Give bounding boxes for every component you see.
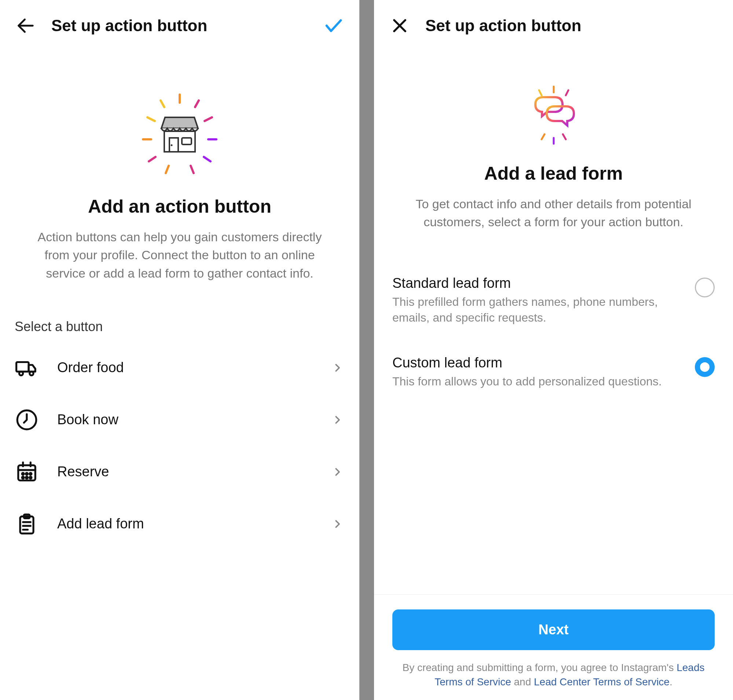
svg-line-40 xyxy=(542,134,545,139)
radio-standard-lead-form[interactable]: Standard lead form This prefilled form g… xyxy=(392,261,715,340)
chevron-right-icon xyxy=(330,465,345,479)
svg-line-11 xyxy=(191,166,194,173)
option-label: Book now xyxy=(57,412,312,428)
svg-line-9 xyxy=(204,157,210,161)
svg-line-4 xyxy=(147,117,155,121)
page-title: Set up action button xyxy=(425,16,581,35)
option-label: Order food xyxy=(57,360,312,375)
back-arrow-icon[interactable] xyxy=(15,15,37,37)
option-book-now[interactable]: Book now xyxy=(15,394,345,446)
page-title: Set up action button xyxy=(52,16,207,35)
next-button[interactable]: Next xyxy=(392,609,715,650)
radio-description: This prefilled form gathers names, phone… xyxy=(392,294,684,326)
svg-line-5 xyxy=(205,117,212,121)
hero-title: Add a lead form xyxy=(484,163,623,184)
legal-mid: and xyxy=(511,676,534,688)
svg-line-39 xyxy=(566,90,568,96)
section-label: Select a button xyxy=(0,304,359,342)
legal-suffix: . xyxy=(670,676,673,688)
hero-subtitle: To get contact info and other details fr… xyxy=(403,195,704,231)
option-reserve[interactable]: Reserve xyxy=(15,446,345,498)
calendar-icon xyxy=(15,460,39,484)
svg-line-41 xyxy=(563,134,566,139)
hero-title: Add an action button xyxy=(88,196,271,217)
svg-rect-16 xyxy=(16,362,29,371)
chevron-right-icon xyxy=(330,413,345,427)
svg-point-14 xyxy=(171,144,173,146)
svg-point-27 xyxy=(22,477,24,478)
option-add-lead-form[interactable]: Add lead form xyxy=(15,498,345,550)
radio-custom-lead-form[interactable]: Custom lead form This form allows you to… xyxy=(392,340,715,404)
lead-center-tos-link[interactable]: Lead Center Terms of Service xyxy=(534,676,670,688)
chat-bubbles-illustration xyxy=(519,84,589,148)
radio-title: Standard lead form xyxy=(392,275,684,291)
confirm-check-icon[interactable] xyxy=(323,15,345,37)
option-order-food[interactable]: Order food xyxy=(15,342,345,394)
svg-line-8 xyxy=(149,157,156,161)
radio-title: Custom lead form xyxy=(392,355,684,371)
svg-line-3 xyxy=(195,100,199,107)
radio-indicator xyxy=(695,278,715,297)
panel-divider xyxy=(359,0,374,700)
option-label: Add lead form xyxy=(57,516,312,532)
storefront-illustration xyxy=(136,92,224,181)
radio-description: This form allows you to add personalized… xyxy=(392,374,684,390)
svg-point-18 xyxy=(30,371,33,375)
svg-line-10 xyxy=(166,166,169,173)
radio-indicator-selected xyxy=(695,357,715,377)
svg-point-26 xyxy=(30,473,31,475)
svg-point-28 xyxy=(26,477,28,478)
svg-line-2 xyxy=(160,100,164,107)
chevron-right-icon xyxy=(330,517,345,531)
svg-rect-15 xyxy=(182,138,191,144)
svg-point-25 xyxy=(26,473,28,475)
svg-point-17 xyxy=(19,371,23,375)
svg-line-38 xyxy=(539,90,542,96)
svg-point-29 xyxy=(30,477,31,478)
svg-rect-13 xyxy=(169,138,178,152)
clock-icon xyxy=(15,408,39,432)
svg-point-24 xyxy=(22,473,24,475)
option-label: Reserve xyxy=(57,464,312,479)
truck-icon xyxy=(15,356,39,380)
hero-subtitle: Action buttons can help you gain custome… xyxy=(33,228,326,282)
clipboard-icon xyxy=(15,512,39,536)
close-icon[interactable] xyxy=(389,15,411,37)
legal-prefix: By creating and submitting a form, you a… xyxy=(402,662,677,673)
chevron-right-icon xyxy=(330,360,345,375)
legal-text: By creating and submitting a form, you a… xyxy=(392,660,715,689)
